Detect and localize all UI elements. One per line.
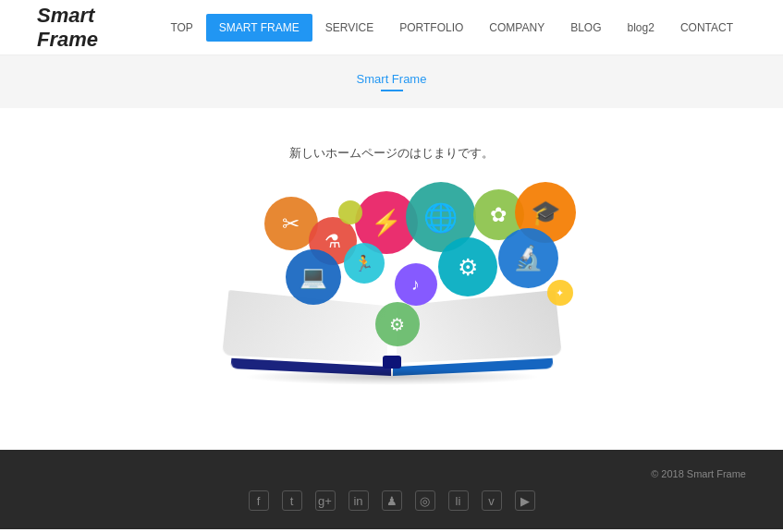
breadcrumb-title: Smart Frame [0,72,783,86]
subtitle: 新しいホームページのはじまりです。 [18,145,765,162]
nav-item-top[interactable]: TOP [157,14,205,42]
footer-icons: ftg+in♟◎liv▶ [37,490,746,511]
twitter-icon[interactable]: t [282,490,302,511]
book-spine [383,356,401,369]
header: Smart Frame TOPSMART FRAMESERVICEPORTFOL… [0,0,783,55]
nav-item-portfolio[interactable]: PORTFOLIO [386,14,476,42]
main-content: 新しいホームページのはじまりです。 ✂⚗⚡🌐✿🎓💻♪⚙🔬⚙🏃✦ [0,108,783,450]
bubble-13 [338,200,362,224]
footer: © 2018 Smart Frame ftg+in♟◎liv▶ [0,450,783,529]
breadcrumb-underline [381,90,403,91]
nav-item-blog[interactable]: BLOG [557,14,614,42]
nav-item-blog2[interactable]: blog2 [615,14,667,42]
bubble-6: 💻 [286,249,341,305]
vimeo-icon[interactable]: v [482,490,502,511]
nav-item-contact[interactable]: CONTACT [667,14,746,42]
bubble-12: ✦ [547,280,573,306]
nav-item-service[interactable]: SERVICE [312,14,386,42]
youtube-icon[interactable]: ▶ [515,490,535,511]
bubble-7: ♪ [395,263,437,306]
bubble-10: ⚙ [375,302,420,346]
breadcrumb-bar: Smart Frame [0,55,783,108]
linkedin-icon[interactable]: in [349,490,369,511]
nav-item-smart-frame[interactable]: SMART FRAME [206,14,312,42]
facebook-icon[interactable]: f [249,490,269,511]
nav: TOPSMART FRAMESERVICEPORTFOLIOCOMPANYBLO… [157,14,746,42]
book-shadow [244,369,540,385]
logo[interactable]: Smart Frame [37,4,157,52]
nav-item-company[interactable]: COMPANY [476,14,557,42]
bubble-8: ⚙ [438,237,497,296]
bubble-9: 🔬 [498,228,558,288]
footer-copyright: © 2018 Smart Frame [37,468,746,479]
instagram-icon[interactable]: ◎ [415,490,435,511]
pinterest-icon[interactable]: ♟ [382,490,402,511]
googleplus-icon[interactable]: g+ [315,490,336,511]
illustration: ✂⚗⚡🌐✿🎓💻♪⚙🔬⚙🏃✦ [216,180,568,393]
linkedin2-icon[interactable]: li [448,490,469,511]
bubble-11: 🏃 [344,243,385,284]
